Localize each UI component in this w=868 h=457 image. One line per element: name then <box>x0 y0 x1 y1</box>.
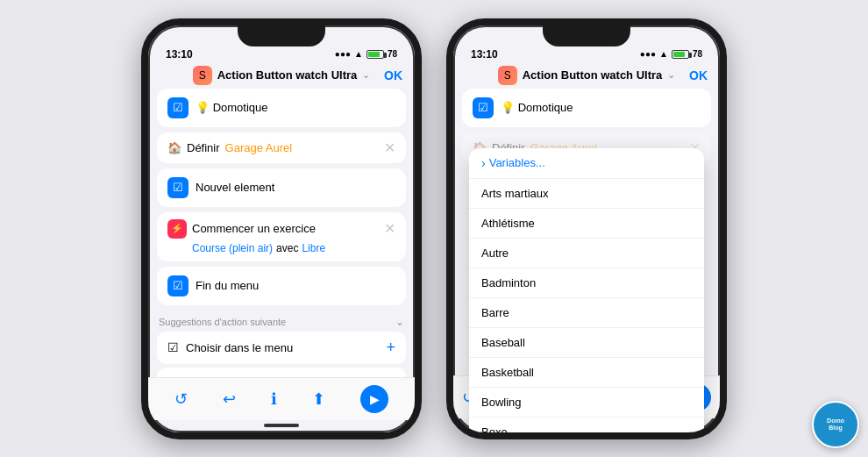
domotique-label-left: 💡 Domotique <box>196 101 268 114</box>
phone-left: 13:10 ●●● ▲ 78 S Action Button watch Ult… <box>141 18 422 439</box>
nouvel-element-card[interactable]: ☑ Nouvel element <box>157 168 406 207</box>
suggestion-menu-label: Choisir dans le menu <box>186 341 379 354</box>
domo-blog-badge: Domo Blog <box>812 401 859 448</box>
definir-card-left[interactable]: 🏠 Définir Garage Aurel ✕ <box>157 132 406 163</box>
header-chevron-right[interactable]: ⌄ <box>667 69 675 81</box>
battery-percent-left: 78 <box>388 49 397 59</box>
toolbar-history-icon[interactable]: ↺ <box>174 389 188 409</box>
exercice-icon: ⚡ <box>167 219 187 239</box>
suggestion-url[interactable]: 🖊 URL + <box>157 368 406 377</box>
status-bar-left: 13:10 ●●● ▲ 78 <box>148 43 415 62</box>
domotique-emoji: 💡 <box>196 101 210 114</box>
status-time-right: 13:10 <box>471 48 498 61</box>
domotique-label-right: 💡 Domotique <box>501 101 573 114</box>
toolbar-share-icon[interactable]: ⬆ <box>312 389 325 409</box>
domotique-card-right[interactable]: ☑ 💡 Domotique <box>462 89 711 127</box>
wifi-icon-right: ▲ <box>659 49 668 59</box>
domotique-icon-right: ☑ <box>473 97 494 118</box>
workout-dropdown[interactable]: Variables... Arts martiaux Athlétisme Au… <box>469 148 704 439</box>
domotique-icon-left: ☑ <box>167 97 189 118</box>
header-title-left: Action Button watch Ultra <box>217 68 358 82</box>
content-left: ☑ 💡 Domotique 🏠 Définir Garage Aurel ✕ <box>148 89 415 377</box>
domo-blog-text: Domo Blog <box>827 418 844 432</box>
toolbar-info-icon[interactable]: ℹ <box>271 389 277 409</box>
header-ok-left[interactable]: OK <box>384 68 402 82</box>
dropdown-badminton[interactable]: Badminton <box>469 268 704 298</box>
signal-icon-right: ●●● <box>640 49 656 59</box>
app-header-right: S Action Button watch Ultra ⌄ OK <box>453 62 720 89</box>
toolbar-undo-icon[interactable]: ↩ <box>223 389 236 409</box>
scene: 13:10 ●●● ▲ 78 S Action Button watch Ult… <box>0 0 868 457</box>
shortcuts-icon-right: S <box>498 66 517 85</box>
nouvel-element-label: Nouvel element <box>196 181 274 194</box>
exercice-close[interactable]: ✕ <box>384 220 395 237</box>
dropdown-variables[interactable]: Variables... <box>469 148 704 179</box>
bottom-toolbar-left: ↺ ↩ ℹ ⬆ ▶ <box>148 377 415 420</box>
dropdown-athletisme[interactable]: Athlétisme <box>469 209 704 239</box>
course-link[interactable]: Course (plein air) <box>192 242 273 254</box>
shortcuts-icon-left: S <box>193 66 212 85</box>
domotique-card-left[interactable]: ☑ 💡 Domotique <box>157 89 406 127</box>
definir-value-left[interactable]: Garage Aurel <box>225 141 293 154</box>
battery-percent-right: 78 <box>693 49 702 59</box>
app-header-left: S Action Button watch Ultra ⌄ OK <box>148 62 415 89</box>
dropdown-boxe[interactable]: Boxe <box>469 418 704 439</box>
domotique-emoji-right: 💡 <box>501 101 515 114</box>
status-time-left: 13:10 <box>166 48 193 61</box>
status-icons-right: ●●● ▲ 78 <box>640 49 702 59</box>
dropdown-arts-martiaux[interactable]: Arts martiaux <box>469 179 704 209</box>
exercice-details: Course (plein air) avec Libre <box>167 242 395 254</box>
suggestions-header-left: Suggestions d'action suivante ⌄ <box>157 311 406 332</box>
wifi-icon: ▲ <box>354 49 363 59</box>
status-bar-right: 13:10 ●●● ▲ 78 <box>453 43 720 62</box>
header-title-right: Action Button watch Ultra <box>523 68 663 82</box>
definir-label-left: Définir <box>187 141 220 154</box>
dropdown-barre[interactable]: Barre <box>469 298 704 328</box>
fin-menu-label: Fin du menu <box>196 279 259 292</box>
fin-menu-card[interactable]: ☑ Fin du menu <box>157 267 406 305</box>
suggestion-menu[interactable]: ☑ Choisir dans le menu + <box>157 332 406 364</box>
status-icons-left: ●●● ▲ 78 <box>335 49 397 59</box>
definir-icon-left: 🏠 <box>167 141 181 154</box>
suggestions-chevron-left[interactable]: ⌄ <box>395 316 404 328</box>
toolbar-play-button[interactable]: ▶ <box>360 385 388 413</box>
battery-icon-left <box>366 50 384 59</box>
fin-menu-icon: ☑ <box>167 275 189 296</box>
suggestion-menu-plus[interactable]: + <box>386 339 395 357</box>
dropdown-autre[interactable]: Autre <box>469 239 704 268</box>
suggestions-label-left: Suggestions d'action suivante <box>159 317 286 327</box>
libre-link[interactable]: Libre <box>302 242 325 254</box>
header-ok-right[interactable]: OK <box>689 68 708 82</box>
dropdown-basketball[interactable]: Basketball <box>469 358 704 388</box>
definir-close-left[interactable]: ✕ <box>384 139 395 156</box>
dropdown-baseball[interactable]: Baseball <box>469 328 704 358</box>
exercice-title: Commencer un exercice <box>192 222 316 235</box>
exercice-card[interactable]: ⚡ Commencer un exercice ✕ Course (plein … <box>157 212 406 261</box>
dropdown-bowling[interactable]: Bowling <box>469 388 704 418</box>
home-indicator-left <box>264 424 299 427</box>
phone-right: 13:10 ●●● ▲ 78 S Action Button watch Ult… <box>446 18 727 439</box>
suggestion-menu-icon: ☑ <box>167 340 179 354</box>
nouvel-element-icon: ☑ <box>167 177 189 198</box>
header-chevron-left[interactable]: ⌄ <box>362 69 370 81</box>
battery-icon-right <box>672 50 689 59</box>
signal-icon: ●●● <box>335 49 351 59</box>
